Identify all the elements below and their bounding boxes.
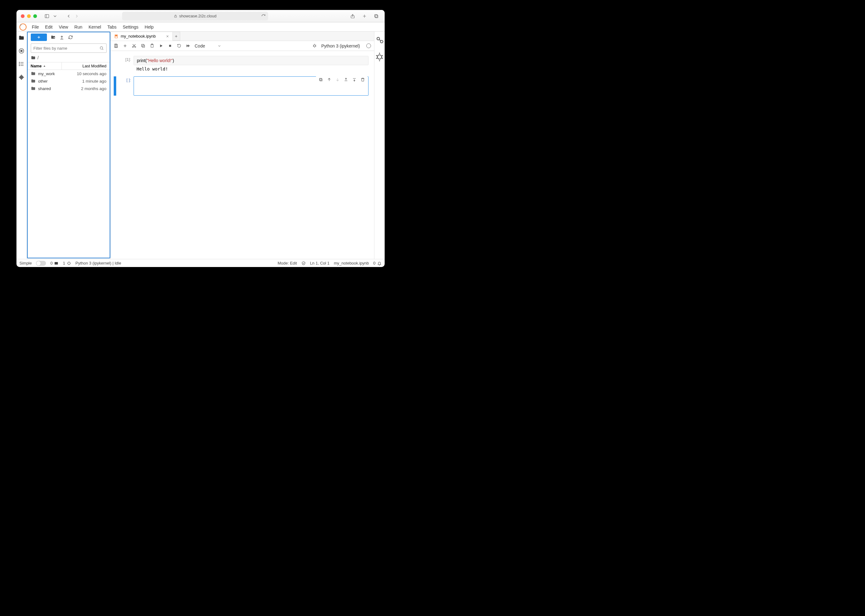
chevron-down-icon (217, 44, 221, 48)
new-folder-icon[interactable] (50, 35, 56, 40)
svg-marker-25 (44, 65, 46, 66)
menu-edit[interactable]: Edit (42, 23, 56, 31)
file-name: other (38, 79, 82, 83)
maximize-window-icon[interactable] (33, 14, 37, 18)
minimize-window-icon[interactable] (27, 14, 31, 18)
code-cell[interactable]: [1]: print("Hello world!") Hello world! (114, 56, 369, 73)
extensions-icon[interactable] (18, 74, 25, 80)
kernel-name[interactable]: Python 3 (ipykernel) (321, 44, 360, 49)
cut-icon[interactable] (132, 44, 136, 48)
menu-help[interactable]: Help (142, 23, 157, 31)
svg-line-50 (313, 45, 314, 46)
menu-file[interactable]: File (29, 23, 42, 31)
current-document[interactable]: my_notebook.ipynb (334, 261, 369, 266)
run-icon[interactable] (159, 44, 164, 48)
menu-view[interactable]: View (56, 23, 71, 31)
cell-output: Hello world! (134, 65, 369, 73)
column-name[interactable]: Name (28, 63, 62, 69)
column-modified[interactable]: Last Modified (62, 63, 110, 69)
insert-above-icon[interactable] (343, 77, 348, 82)
sidebar-toggle-icon[interactable] (43, 13, 50, 20)
kernel-status[interactable]: Python 3 (ipykernel) | Idle (76, 261, 121, 266)
simple-mode-toggle[interactable] (36, 261, 46, 266)
forward-button[interactable] (73, 13, 80, 20)
duplicate-icon[interactable] (318, 77, 323, 82)
tab-title: my_notebook.ipynb (121, 34, 156, 39)
code-input[interactable]: print("Hello world!") (134, 56, 369, 65)
jupyter-menubar: File Edit View Run Kernel Tabs Settings … (16, 22, 384, 31)
svg-rect-55 (320, 79, 322, 81)
kernel-icon (67, 261, 71, 266)
share-icon[interactable] (349, 13, 356, 20)
folder-icon[interactable] (18, 35, 25, 41)
status-tabs[interactable]: 0 (50, 261, 58, 266)
file-list: my_work 10 seconds ago other 1 minute ag… (28, 70, 110, 258)
status-terminals[interactable]: 1 (63, 261, 71, 266)
svg-line-71 (381, 58, 383, 59)
list-item[interactable]: shared 2 months ago (28, 85, 110, 92)
cell-type-selector[interactable]: Code (195, 44, 221, 49)
copy-icon[interactable] (141, 44, 145, 48)
close-window-icon[interactable] (21, 14, 25, 18)
reload-icon[interactable] (261, 14, 266, 18)
list-item[interactable]: my_work 10 seconds ago (28, 70, 110, 77)
close-icon[interactable] (165, 35, 169, 38)
code-cell[interactable]: [ ]: (114, 76, 369, 96)
svg-line-53 (316, 46, 316, 47)
chevron-down-icon[interactable] (51, 13, 59, 20)
menu-tabs[interactable]: Tabs (104, 23, 120, 31)
interrupt-icon[interactable] (168, 44, 172, 48)
cursor-position[interactable]: Ln 1, Col 1 (310, 261, 330, 266)
svg-rect-73 (55, 262, 58, 264)
upload-icon[interactable] (59, 35, 64, 40)
restart-run-all-icon[interactable] (186, 44, 191, 48)
notifications[interactable]: 0 (373, 261, 381, 266)
move-up-icon[interactable] (327, 77, 331, 82)
code-input[interactable] (134, 76, 369, 96)
save-icon[interactable] (114, 44, 118, 48)
menu-kernel[interactable]: Kernel (85, 23, 104, 31)
delete-icon[interactable] (361, 77, 365, 82)
debugger-icon[interactable] (374, 52, 384, 62)
svg-line-24 (102, 49, 103, 50)
tabs-overview-icon[interactable] (373, 13, 380, 20)
jupyter-logo-icon (19, 23, 27, 31)
trusted-icon[interactable] (301, 261, 306, 266)
restart-icon[interactable] (177, 44, 181, 48)
property-inspector-icon[interactable] (374, 35, 384, 45)
kernel-status-icon[interactable] (366, 44, 371, 48)
insert-below-icon[interactable] (352, 77, 357, 82)
svg-point-16 (19, 64, 20, 64)
notebook-icon (114, 34, 118, 39)
breadcrumb[interactable]: / (28, 54, 110, 62)
back-button[interactable] (65, 13, 72, 20)
sort-asc-icon (43, 64, 46, 68)
left-activity-bar (16, 31, 27, 259)
paste-icon[interactable] (150, 44, 154, 48)
move-down-icon[interactable] (335, 77, 340, 82)
file-filter-input[interactable] (31, 44, 107, 53)
menu-run[interactable]: Run (71, 23, 85, 31)
refresh-icon[interactable] (68, 35, 73, 40)
svg-rect-11 (21, 50, 22, 52)
new-tab-icon[interactable] (361, 13, 368, 20)
svg-marker-44 (160, 44, 162, 47)
add-tab-button[interactable] (173, 31, 180, 41)
address-bar[interactable]: showcase.2i2c.cloud (122, 12, 268, 20)
svg-line-70 (376, 58, 377, 59)
right-activity-bar (374, 31, 384, 259)
file-filter-field[interactable] (33, 46, 99, 50)
window-controls (21, 14, 37, 18)
file-name: my_work (38, 71, 77, 76)
bug-icon[interactable] (312, 44, 317, 48)
bell-icon (377, 261, 381, 266)
list-item[interactable]: other 1 minute ago (28, 77, 110, 85)
toc-icon[interactable] (18, 61, 25, 67)
notebook-body[interactable]: [1]: print("Hello world!") Hello world! … (110, 51, 374, 259)
menu-settings[interactable]: Settings (120, 23, 142, 31)
new-launcher-button[interactable] (31, 33, 47, 41)
running-icon[interactable] (18, 48, 25, 54)
insert-cell-icon[interactable] (123, 44, 128, 48)
tab-notebook[interactable]: my_notebook.ipynb (110, 31, 173, 41)
svg-rect-7 (375, 14, 378, 17)
